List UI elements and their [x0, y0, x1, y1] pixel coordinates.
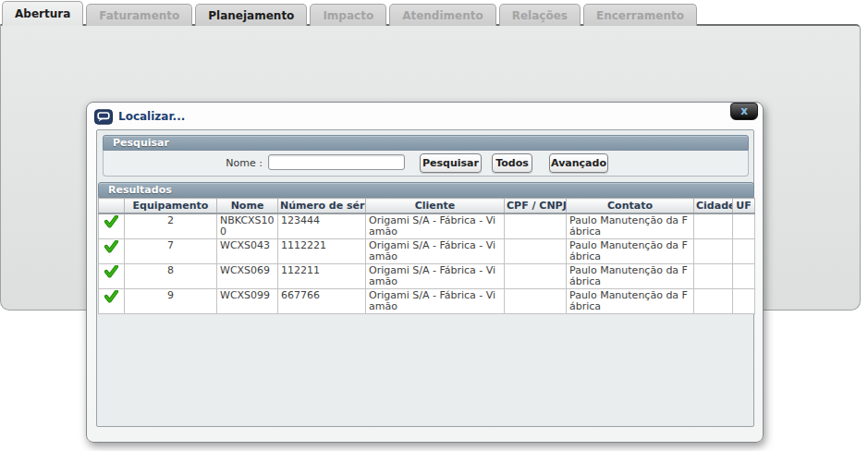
serie-cell: 112211	[278, 264, 366, 289]
pesquisar-button[interactable]: Pesquisar	[420, 153, 482, 173]
results-body: 2 NBKCXS100 123444 Origami S/A - Fábrica…	[99, 213, 755, 314]
select-cell[interactable]	[99, 213, 125, 239]
col-contato: Contato	[567, 199, 694, 214]
contato-cell: Paulo Manutenção da Fábrica	[567, 239, 694, 264]
contato-cell: Paulo Manutenção da Fábrica	[567, 264, 694, 289]
results-table: Equipamento Nome Número de série Cliente…	[98, 198, 755, 314]
serie-cell: 667766	[278, 289, 366, 314]
uf-cell	[733, 213, 755, 239]
cidade-cell	[694, 239, 733, 264]
serie-cell: 1112221	[278, 239, 366, 264]
tab-relacoes: Relações	[499, 4, 581, 26]
select-cell[interactable]	[99, 289, 125, 314]
nome-cell: WCXS099	[217, 289, 278, 314]
results-section: Resultados Equipamento Nome Número de sé…	[98, 182, 754, 314]
result-row[interactable]: 9 WCXS099 667766 Origami S/A - Fábrica -…	[99, 289, 755, 314]
localizar-dialog: Localizar... x Pesquisar Nome : Pesquisa…	[86, 102, 764, 443]
results-header-row: Equipamento Nome Número de série Cliente…	[99, 199, 755, 214]
uf-cell	[733, 289, 755, 314]
app-window: Abertura Faturamento Planejamento Impact…	[0, 0, 868, 451]
todos-button[interactable]: Todos	[492, 153, 532, 173]
results-section-header: Resultados	[98, 182, 754, 198]
result-row[interactable]: 2 NBKCXS100 123444 Origami S/A - Fábrica…	[99, 213, 755, 239]
col-nome: Nome	[217, 199, 278, 214]
cliente-cell: Origami S/A - Fábrica - Viamão	[366, 213, 505, 239]
cliente-cell: Origami S/A - Fábrica - Viamão	[366, 239, 505, 264]
uf-cell	[733, 239, 755, 264]
contato-cell: Paulo Manutenção da Fábrica	[567, 289, 694, 314]
col-select	[99, 199, 125, 214]
cidade-cell	[694, 213, 733, 239]
search-section-body: Nome : Pesquisar Todos Avançado	[103, 151, 749, 177]
contato-cell: Paulo Manutenção da Fábrica	[567, 213, 694, 239]
result-row[interactable]: 7 WCXS043 1112221 Origami S/A - Fábrica …	[99, 239, 755, 264]
col-numero-serie: Número de série	[278, 199, 366, 214]
check-icon	[104, 240, 118, 253]
cpf-cnpj-cell	[505, 213, 567, 239]
nome-cell: WCXS043	[217, 239, 278, 264]
nome-cell: NBKCXS100	[217, 213, 278, 239]
equipamento-cell: 2	[125, 213, 217, 239]
dialog-icon	[94, 109, 113, 125]
nome-cell: WCXS069	[217, 264, 278, 289]
check-icon	[104, 215, 118, 228]
col-cpf-cnpj: CPF / CNPJ	[505, 199, 567, 214]
nome-label: Nome :	[104, 157, 263, 169]
cpf-cnpj-cell	[505, 264, 567, 289]
tab-bar: Abertura Faturamento Planejamento Impact…	[2, 1, 700, 26]
nome-input[interactable]	[268, 154, 405, 170]
select-cell[interactable]	[99, 239, 125, 264]
check-icon	[104, 290, 118, 303]
cpf-cnpj-cell	[505, 239, 567, 264]
search-section: Pesquisar Nome : Pesquisar Todos Avançad…	[103, 135, 749, 177]
col-cidade: Cidade	[694, 199, 733, 214]
select-cell[interactable]	[99, 264, 125, 289]
tab-planejamento[interactable]: Planejamento	[195, 4, 307, 26]
tab-abertura[interactable]: Abertura	[2, 1, 83, 26]
check-icon	[104, 265, 118, 278]
col-cliente: Cliente	[366, 199, 505, 214]
dialog-titlebar[interactable]: Localizar...	[87, 103, 763, 130]
serie-cell: 123444	[278, 213, 366, 239]
equipamento-cell: 9	[125, 289, 217, 314]
equipamento-cell: 8	[125, 264, 217, 289]
cidade-cell	[694, 264, 733, 289]
tab-atendimento: Atendimento	[389, 4, 496, 26]
col-equipamento: Equipamento	[125, 199, 217, 214]
search-section-header: Pesquisar	[103, 135, 749, 151]
dialog-content: Pesquisar Nome : Pesquisar Todos Avançad…	[96, 129, 754, 427]
result-row[interactable]: 8 WCXS069 112211 Origami S/A - Fábrica -…	[99, 264, 755, 289]
dialog-title: Localizar...	[118, 110, 185, 123]
cpf-cnpj-cell	[505, 289, 567, 314]
uf-cell	[733, 264, 755, 289]
cliente-cell: Origami S/A - Fábrica - Viamão	[366, 289, 505, 314]
tab-encerramento: Encerramento	[583, 4, 697, 26]
avancado-button[interactable]: Avançado	[549, 153, 608, 173]
cidade-cell	[694, 289, 733, 314]
tab-impacto: Impacto	[310, 4, 386, 26]
close-button[interactable]: x	[730, 103, 758, 120]
equipamento-cell: 7	[125, 239, 217, 264]
col-uf: UF	[733, 199, 755, 214]
cliente-cell: Origami S/A - Fábrica - Viamão	[366, 264, 505, 289]
tab-faturamento: Faturamento	[86, 4, 192, 26]
